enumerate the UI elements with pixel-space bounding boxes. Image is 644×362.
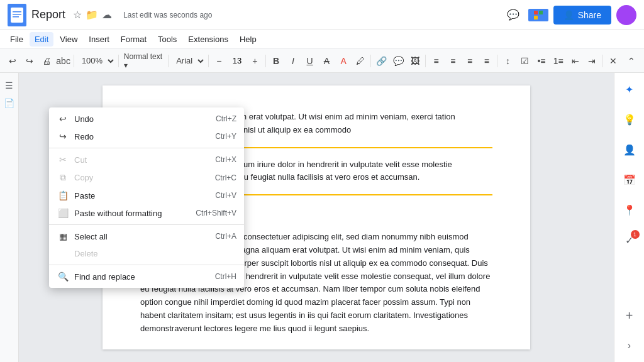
doc-title: Report (31, 8, 65, 21)
link-button[interactable]: 🔗 (374, 52, 389, 70)
gemini-icon[interactable]: ✦ (618, 78, 641, 101)
menu-view[interactable]: View (55, 32, 82, 47)
toolbar: ↩ ↪ 🖨 abc 100% Normal text ▾ Arial − 13 … (0, 49, 644, 73)
cm-undo[interactable]: ↩ Undo Ctrl+Z (49, 110, 244, 128)
font-size-increase[interactable]: + (247, 52, 263, 70)
normal-text-select[interactable]: Normal text ▾ (121, 52, 165, 70)
cm-undo-shortcut: Ctrl+Z (216, 114, 236, 123)
app-icon (8, 4, 26, 26)
strikethrough-button[interactable]: A (319, 52, 335, 70)
indent-increase-button[interactable]: ⇥ (584, 52, 600, 70)
text-color-button[interactable]: A (336, 52, 352, 70)
toolbar-divider-4 (208, 55, 209, 67)
toolbar-divider-1 (74, 55, 74, 67)
chat-icon[interactable]: 💬 (503, 5, 523, 25)
cm-paste[interactable]: 📋 Paste Ctrl+V (49, 187, 244, 204)
font-size-decrease[interactable]: − (211, 52, 227, 70)
svg-rect-4 (534, 11, 538, 14)
zoom-select[interactable]: 100% (77, 53, 116, 69)
menu-tools[interactable]: Tools (153, 32, 182, 47)
share-icon: 👤 (564, 10, 574, 20)
star-icon[interactable]: ☆ (73, 9, 82, 21)
last-edit-text: Last edit was seconds ago (123, 11, 212, 19)
numbered-list-button[interactable]: 1≡ (550, 52, 566, 70)
menu-insert[interactable]: Insert (84, 32, 114, 47)
font-family-select[interactable]: Arial (171, 53, 206, 69)
image-button[interactable]: 🖼 (408, 52, 423, 70)
font-size-display: 13 (228, 56, 246, 65)
redo-button[interactable]: ↪ (22, 52, 38, 70)
copy-icon: ⧉ (57, 172, 69, 183)
align-left-button[interactable]: ≡ (428, 52, 444, 70)
sidebar-menu-icon[interactable]: ☰ (2, 78, 17, 93)
folder-icon[interactable]: 📁 (86, 9, 98, 21)
cm-paste-label: Paste (74, 191, 210, 200)
cloud-icon[interactable]: ☁ (102, 9, 112, 21)
highlight-button[interactable]: 🖊 (352, 52, 368, 70)
toolbar-divider-9 (602, 55, 603, 67)
tasks-icon[interactable]: ✓ 1 (618, 229, 641, 251)
right-sidebar: ✦ 💡 👤 📅 📍 ✓ 1 + › (614, 73, 644, 362)
add-icon[interactable]: + (618, 304, 641, 327)
italic-button[interactable]: I (285, 52, 301, 70)
undo-button[interactable]: ↩ (5, 52, 21, 70)
contacts-icon[interactable]: 👤 (618, 138, 641, 161)
menu-help[interactable]: Help (235, 32, 262, 47)
context-menu: ↩ Undo Ctrl+Z ↪ Redo Ctrl+Y ✂ Cut Ctrl+X… (49, 107, 244, 288)
align-right-button[interactable]: ≡ (462, 52, 478, 70)
sidebar-doc-outline-icon[interactable]: 📄 (2, 96, 17, 111)
cut-icon: ✂ (57, 155, 69, 165)
avatar[interactable] (616, 5, 636, 25)
cm-find-replace-shortcut: Ctrl+H (215, 272, 236, 281)
more-options-button[interactable]: ⌃ (623, 52, 639, 70)
menu-bar: File Edit View Insert Format Tools Exten… (0, 30, 644, 49)
svg-rect-3 (13, 16, 19, 18)
maps-icon[interactable]: 📍 (618, 199, 641, 221)
checklist-button[interactable]: ☑ (517, 52, 533, 70)
menu-edit[interactable]: Edit (30, 32, 53, 47)
keep-icon[interactable]: 💡 (618, 108, 641, 131)
redo-icon: ↪ (57, 131, 69, 141)
menu-extensions[interactable]: Extensions (183, 32, 233, 47)
cm-divider-1 (49, 148, 244, 148)
line-spacing-button[interactable]: ↕ (500, 52, 516, 70)
indent-decrease-button[interactable]: ⇤ (567, 52, 583, 70)
cm-redo[interactable]: ↪ Redo Ctrl+Y (49, 128, 244, 145)
cm-delete-label: Delete (74, 249, 231, 258)
cm-divider-2 (49, 224, 244, 225)
undo-icon: ↩ (57, 114, 69, 124)
cm-copy-shortcut: Ctrl+C (215, 173, 236, 182)
toolbar-divider-5 (265, 55, 266, 67)
align-center-button[interactable]: ≡ (445, 52, 461, 70)
share-button[interactable]: 👤 Share (553, 6, 611, 25)
toolbar-divider-6 (370, 55, 371, 67)
svg-rect-6 (534, 16, 538, 19)
svg-rect-5 (539, 11, 543, 14)
cm-undo-label: Undo (74, 114, 211, 124)
cm-paste-plain-shortcut: Ctrl+Shift+V (196, 209, 236, 217)
top-right-actions: 💬 👤 Share (503, 5, 636, 25)
bullet-list-button[interactable]: •≡ (534, 52, 550, 70)
cm-divider-3 (49, 265, 244, 265)
menu-format[interactable]: Format (116, 32, 152, 47)
cm-paste-shortcut: Ctrl+V (215, 191, 236, 200)
cm-paste-plain[interactable]: ⬜ Paste without formatting Ctrl+Shift+V (49, 204, 244, 222)
paste-plain-icon: ⬜ (57, 208, 69, 218)
expand-icon[interactable]: › (618, 334, 641, 357)
underline-button[interactable]: U (302, 52, 318, 70)
menu-file[interactable]: File (5, 32, 28, 47)
bold-button[interactable]: B (269, 52, 284, 70)
comment-button[interactable]: 💬 (391, 52, 406, 70)
svg-rect-7 (539, 16, 543, 19)
find-replace-icon: 🔍 (57, 272, 69, 282)
google-apps-icon[interactable] (528, 9, 548, 21)
svg-rect-2 (13, 14, 21, 15)
clear-format-button[interactable]: ✕ (606, 52, 621, 70)
calendar-icon[interactable]: 📅 (618, 168, 641, 191)
align-justify-button[interactable]: ≡ (479, 52, 495, 70)
cm-copy-label: Copy (74, 173, 210, 182)
cm-select-all[interactable]: ▦ Select all Ctrl+A (49, 228, 244, 245)
spell-check-button[interactable]: abc (55, 52, 71, 70)
cm-find-replace[interactable]: 🔍 Find and replace Ctrl+H (49, 268, 244, 285)
print-button[interactable]: 🖨 (39, 52, 55, 70)
